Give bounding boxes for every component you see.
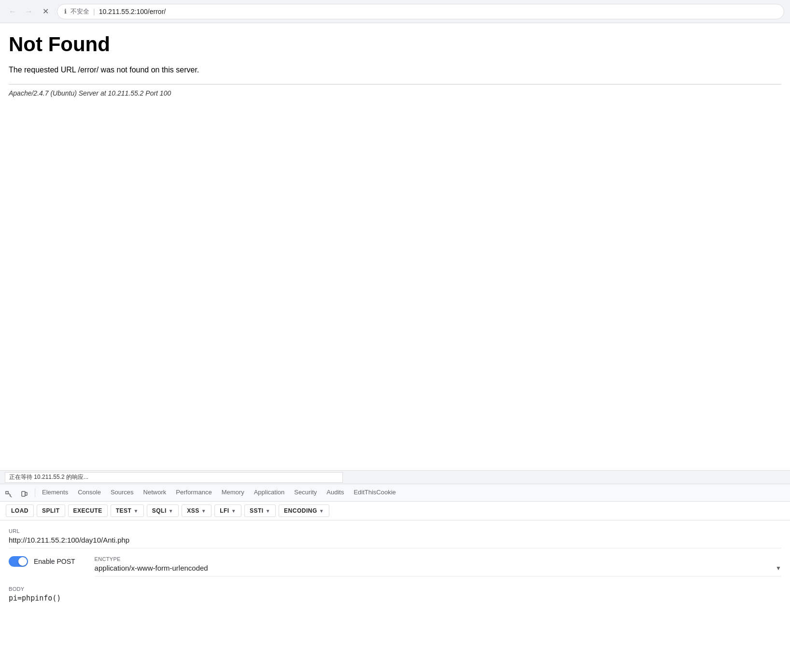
enctype-value: application/x-www-form-urlencoded (95, 564, 772, 572)
tab-editthiscookie[interactable]: EditThisCookie (349, 484, 400, 501)
security-icon: ℹ (64, 8, 67, 15)
xss-button[interactable]: XSS ▼ (182, 504, 212, 517)
sqli-dropdown-arrow: ▼ (169, 508, 173, 514)
security-label: 不安全 (71, 7, 89, 16)
status-bar: 正在等待 10.211.55.2 的响应... (0, 470, 790, 484)
body-label: Body (9, 586, 781, 592)
nav-buttons: ← → ✕ (6, 5, 52, 18)
plugin-panel-content: URL http://10.211.55.2:100/day10/Anti.ph… (0, 520, 790, 610)
tab-divider (35, 489, 35, 497)
browser-chrome: ← → ✕ ℹ 不安全 | 10.211.55.2:100/error/ (0, 0, 790, 23)
test-button[interactable]: TEST ▼ (111, 504, 144, 517)
ssti-dropdown-arrow: ▼ (266, 508, 270, 514)
enctype-select[interactable]: application/x-www-form-urlencoded ▼ (95, 564, 781, 576)
devtools-panel: Elements Console Sources Network Perform… (0, 484, 790, 610)
tab-elements[interactable]: Elements (37, 484, 73, 501)
page-content: Not Found The requested URL /error/ was … (0, 23, 790, 470)
tab-security[interactable]: Security (289, 484, 322, 501)
url-value[interactable]: http://10.211.55.2:100/day10/Anti.php (9, 536, 781, 548)
page-divider (9, 84, 781, 84)
tab-memory[interactable]: Memory (217, 484, 249, 501)
status-text: 正在等待 10.211.55.2 的响应... (5, 472, 343, 483)
devtools-tabs: Elements Console Sources Network Perform… (0, 484, 790, 502)
enable-post-label: Enable POST (34, 558, 75, 565)
tab-console[interactable]: Console (73, 484, 106, 501)
enable-post-row: Enable POST (9, 556, 75, 567)
page-title: Not Found (9, 33, 781, 56)
enctype-label: enctype (95, 556, 781, 562)
svg-rect-2 (25, 492, 27, 495)
url-divider: | (93, 8, 95, 15)
plugin-toolbar: LOAD SPLIT EXECUTE TEST ▼ SQLI ▼ XSS ▼ L… (0, 502, 790, 520)
split-button[interactable]: SPLIT (37, 504, 65, 517)
svg-rect-0 (6, 491, 8, 494)
lfi-dropdown-arrow: ▼ (231, 508, 236, 514)
address-bar[interactable]: ℹ 不安全 | 10.211.55.2:100/error/ (57, 4, 784, 19)
test-dropdown-arrow: ▼ (133, 508, 138, 514)
sqli-button[interactable]: SQLI ▼ (147, 504, 179, 517)
enctype-section: enctype application/x-www-form-urlencode… (95, 556, 781, 576)
tab-network[interactable]: Network (139, 484, 171, 501)
tab-performance[interactable]: Performance (171, 484, 216, 501)
inspect-element-button[interactable] (2, 488, 15, 501)
encoding-dropdown-arrow: ▼ (319, 508, 324, 514)
tab-application[interactable]: Application (249, 484, 290, 501)
device-toolbar-button[interactable] (17, 488, 31, 501)
xss-dropdown-arrow: ▼ (201, 508, 206, 514)
forward-button[interactable]: → (22, 5, 36, 18)
enable-post-toggle[interactable] (9, 556, 28, 567)
svg-rect-1 (22, 491, 25, 496)
lfi-button[interactable]: LFI ▼ (214, 504, 241, 517)
body-value[interactable]: pi=phpinfo() (9, 594, 781, 602)
tab-audits[interactable]: Audits (322, 484, 349, 501)
encoding-button[interactable]: ENCODING ▼ (279, 504, 329, 517)
tab-sources[interactable]: Sources (106, 484, 139, 501)
server-info: Apache/2.4.7 (Ubuntu) Server at 10.211.5… (9, 89, 781, 97)
body-section: Body pi=phpinfo() (9, 586, 781, 602)
execute-button[interactable]: EXECUTE (68, 504, 108, 517)
not-found-description: The requested URL /error/ was not found … (9, 66, 781, 74)
close-button[interactable]: ✕ (39, 5, 52, 18)
back-button[interactable]: ← (6, 5, 19, 18)
ssti-button[interactable]: SSTI ▼ (244, 504, 276, 517)
load-button[interactable]: LOAD (6, 504, 34, 517)
address-url: 10.211.55.2:100/error/ (99, 8, 166, 15)
url-label: URL (9, 528, 781, 534)
enctype-dropdown-arrow: ▼ (776, 565, 781, 572)
